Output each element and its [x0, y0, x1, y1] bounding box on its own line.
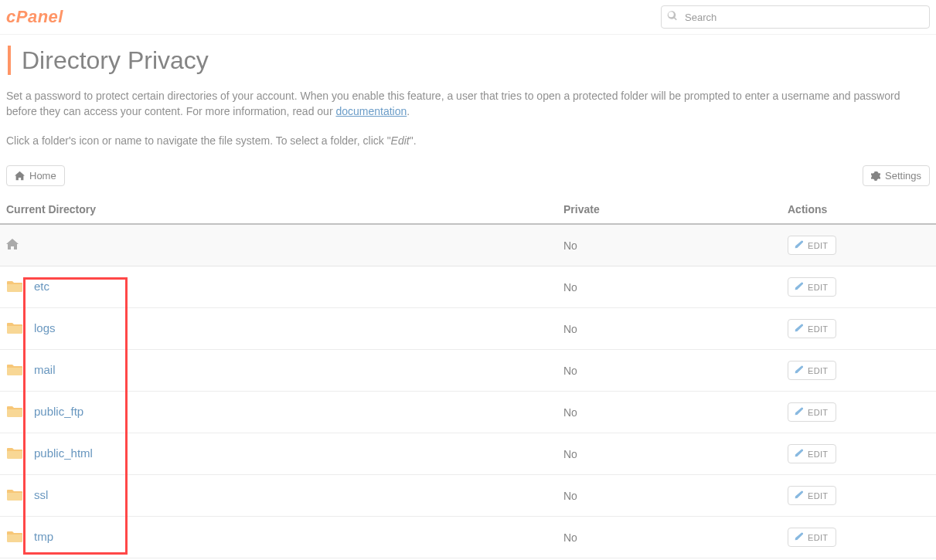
folder-cell[interactable]: logs: [6, 321, 56, 334]
gear-icon: [871, 171, 880, 181]
edit-button[interactable]: EDIT: [788, 444, 836, 463]
table-row: mailNoEDIT: [0, 350, 936, 392]
folder-cell[interactable]: public_ftp: [6, 404, 83, 418]
search-input[interactable]: [661, 5, 930, 29]
folder-cell[interactable]: mail: [6, 362, 56, 376]
desc-text-1b: .: [407, 105, 410, 117]
table-row: sslNoEDIT: [0, 475, 936, 517]
folder-link[interactable]: public_html: [34, 446, 93, 460]
folder-icon: [6, 321, 23, 334]
edit-button-label: EDIT: [808, 366, 828, 375]
table-header-row: Current Directory Private Actions: [0, 195, 936, 224]
page-title-wrap: Directory Privacy: [0, 35, 936, 83]
pencil-icon: [795, 449, 803, 459]
folder-link[interactable]: logs: [34, 321, 56, 334]
pencil-icon: [795, 407, 803, 417]
edit-button-label: EDIT: [808, 283, 828, 292]
edit-button[interactable]: EDIT: [788, 486, 836, 505]
folder-cell[interactable]: tmp: [6, 529, 53, 543]
search-wrap: [661, 5, 930, 29]
table-row: tmpNoEDIT: [0, 517, 936, 558]
edit-button-label: EDIT: [808, 533, 828, 542]
table-row: etcNoEDIT: [0, 266, 936, 308]
edit-button[interactable]: EDIT: [788, 277, 836, 297]
folder-icon: [6, 529, 23, 543]
edit-button[interactable]: EDIT: [788, 402, 836, 422]
row-private: No: [557, 475, 781, 517]
settings-button-label: Settings: [885, 170, 921, 182]
directory-table: Current Directory Private Actions No EDI…: [0, 195, 936, 558]
table-row-home: No EDIT: [0, 224, 936, 266]
folder-link[interactable]: etc: [34, 280, 49, 293]
pencil-icon: [795, 490, 803, 501]
desc-text-1a: Set a password to protect certain direct…: [6, 90, 900, 117]
folder-icon: [6, 446, 23, 460]
edit-button-label: EDIT: [808, 324, 828, 334]
edit-button-label: EDIT: [808, 408, 828, 417]
table-row: logsNoEDIT: [0, 308, 936, 350]
row-private: No: [557, 266, 781, 308]
row-private: No: [557, 308, 781, 350]
folder-icon: [6, 362, 23, 376]
row-private: No: [557, 350, 781, 392]
folder-link[interactable]: tmp: [34, 530, 53, 543]
table-row: public_htmlNoEDIT: [0, 433, 936, 475]
row-private: No: [557, 517, 781, 558]
documentation-link[interactable]: documentation: [335, 105, 407, 117]
table-row: public_ftpNoEDIT: [0, 392, 936, 433]
edit-button-label: EDIT: [808, 241, 828, 250]
pencil-icon: [795, 365, 803, 375]
edit-button-label: EDIT: [808, 450, 828, 459]
pencil-icon: [795, 324, 803, 334]
home-row-private: No: [557, 224, 781, 266]
desc-text-2b: ".: [410, 134, 417, 147]
col-header-actions: Actions: [781, 195, 936, 224]
folder-icon: [6, 487, 23, 501]
toolbar: Home Settings: [0, 148, 936, 192]
desc-text-edit: Edit: [391, 134, 410, 147]
folder-link[interactable]: ssl: [34, 488, 48, 501]
edit-button[interactable]: EDIT: [788, 361, 836, 380]
edit-button[interactable]: EDIT: [788, 319, 836, 338]
row-private: No: [557, 392, 781, 433]
home-button-label: Home: [29, 170, 56, 182]
folder-link[interactable]: public_ftp: [34, 405, 83, 418]
home-icon[interactable]: [6, 240, 19, 253]
page-description: Set a password to protect certain direct…: [0, 83, 936, 148]
desc-text-2a: Click a folder's icon or name to navigat…: [6, 134, 391, 147]
col-header-private: Private: [557, 195, 781, 224]
folder-cell[interactable]: etc: [6, 279, 49, 293]
home-icon: [15, 171, 25, 181]
brand-logo[interactable]: cPanel: [6, 7, 63, 27]
col-header-directory: Current Directory: [0, 195, 557, 224]
folder-icon: [6, 279, 23, 293]
brand-text: cPanel: [6, 7, 63, 26]
folder-link[interactable]: mail: [34, 363, 56, 376]
pencil-icon: [795, 240, 803, 250]
pencil-icon: [795, 282, 803, 292]
edit-button-label: EDIT: [808, 491, 828, 501]
folder-cell[interactable]: ssl: [6, 487, 48, 501]
top-bar: cPanel: [0, 0, 936, 35]
pencil-icon: [795, 532, 803, 542]
folder-icon: [6, 404, 23, 418]
settings-button[interactable]: Settings: [863, 165, 930, 186]
folder-cell[interactable]: public_html: [6, 446, 93, 460]
page-title: Directory Privacy: [8, 46, 930, 75]
edit-button[interactable]: EDIT: [788, 236, 836, 255]
edit-button[interactable]: EDIT: [788, 528, 836, 547]
row-private: No: [557, 433, 781, 475]
home-button[interactable]: Home: [6, 165, 65, 186]
